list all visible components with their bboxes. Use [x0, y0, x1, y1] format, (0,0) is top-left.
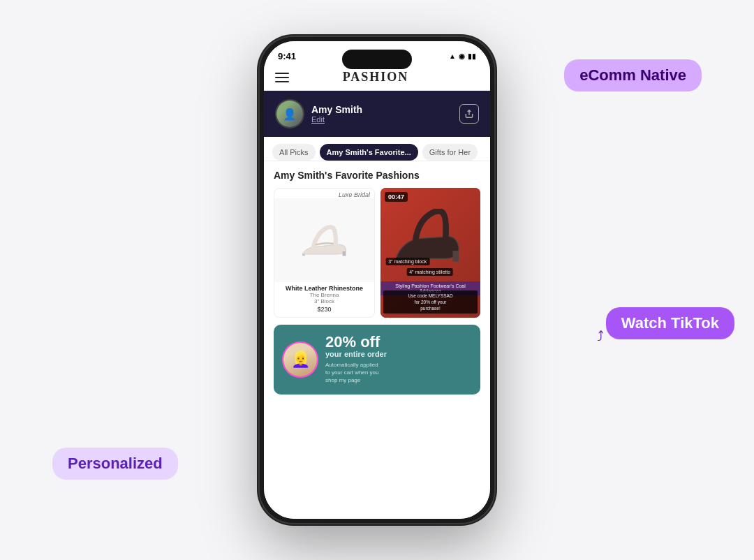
dynamic-island [342, 50, 412, 69]
tab-amy-favorites[interactable]: Amy Smith's Favorite... [320, 144, 418, 161]
tab-all-picks[interactable]: All Picks [272, 144, 316, 161]
banner-discount: 20% off [325, 334, 472, 350]
video-background: 00:47 [380, 188, 480, 318]
phone-screen: 9:41 ▲ ◉ ▮▮ PASHION [264, 41, 490, 519]
brand-label: Luxe Bridal [274, 189, 374, 198]
avatar: 👤 [275, 99, 304, 128]
banner-subtitle: your entire order [325, 350, 472, 358]
product-image [274, 198, 374, 282]
hamburger-menu[interactable] [275, 73, 289, 82]
video-tags: 3" matching block 4" matching stiletto [385, 258, 475, 276]
battery-icon: ▮▮ [468, 52, 476, 60]
product-sub: The Brenna [279, 292, 370, 298]
product-info: White Leather Rhinestone The Brenna 3" B… [274, 282, 374, 317]
svg-point-0 [325, 228, 327, 230]
ecomm-native-tooltip: eComm Native [564, 59, 702, 91]
main-content: Amy Smith's Favorite Pashions Luxe Brida… [264, 161, 490, 519]
personalized-tooltip: Personalized [52, 448, 178, 480]
cursor-arrow: ⤴ [597, 328, 604, 344]
banner-description: Automatically appliedto your cart when y… [325, 361, 472, 385]
status-time: 9:41 [278, 51, 296, 61]
product-card[interactable]: Luxe Bridal [274, 188, 375, 318]
status-icons: ▲ ◉ ▮▮ [449, 52, 476, 60]
video-timer: 00:47 [385, 192, 408, 202]
tab-gifts-for-her[interactable]: Gifts for Her [422, 144, 478, 161]
profile-name: Amy Smith [311, 104, 362, 115]
profile-info: 👤 Amy Smith Edit [275, 99, 362, 128]
watch-tiktok-tooltip: Watch TikTok [606, 307, 734, 339]
banner-text: 20% off your entire order Automatically … [325, 334, 472, 385]
profile-text: Amy Smith Edit [311, 104, 362, 124]
video-tag-stiletto: 4" matching stiletto [406, 268, 453, 276]
avatar-inner: 👤 [276, 101, 303, 127]
video-tag-block: 3" matching block [385, 258, 429, 265]
tabs-bar: All Picks Amy Smith's Favorite... Gifts … [264, 137, 490, 161]
profile-header: 👤 Amy Smith Edit [264, 91, 490, 137]
share-button[interactable] [459, 104, 479, 124]
product-grid: Luxe Bridal [274, 188, 480, 318]
promo-code: Use code MELYSSADfor 20% off yourpurchas… [383, 290, 478, 314]
banner-avatar-img: 👱‍♀️ [283, 343, 317, 376]
app-logo: PASHION [343, 70, 409, 84]
banner-avatar: 👱‍♀️ [282, 341, 318, 378]
product-price: $230 [279, 306, 370, 313]
product-name: White Leather Rhinestone [279, 285, 370, 292]
section-title: Amy Smith's Favorite Pashions [274, 170, 480, 181]
edit-link[interactable]: Edit [311, 115, 362, 124]
phone-frame: 9:41 ▲ ◉ ▮▮ PASHION [258, 36, 496, 524]
scene: eComm Native Watch TikTok Personalized ⤴… [0, 0, 754, 560]
wifi-icon: ◉ [459, 52, 465, 60]
promo-banner[interactable]: 👱‍♀️ 20% off your entire order Automatic… [274, 325, 480, 395]
product-size: 3" Block [279, 298, 370, 304]
signal-icon: ▲ [449, 52, 456, 60]
video-card[interactable]: 00:47 [380, 188, 480, 318]
